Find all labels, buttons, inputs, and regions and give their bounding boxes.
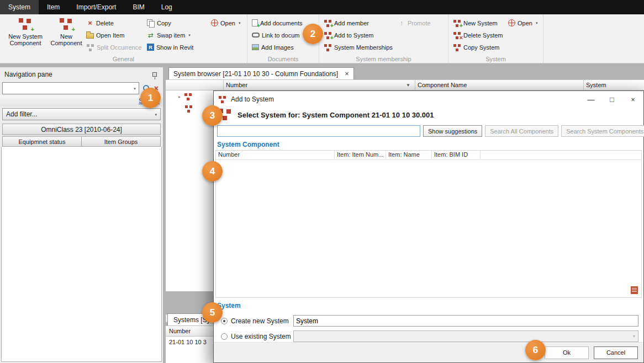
search-all-components-button[interactable]: Search All Components bbox=[485, 125, 558, 137]
menu-tab-import-export[interactable]: Import/Export bbox=[68, 0, 124, 14]
ribbon-column: Add member Add to System System Membersh… bbox=[321, 16, 395, 52]
component-results-table: Number Item: Item Num... Item: Name Item… bbox=[215, 150, 642, 298]
system-browser-tab-label: System browser [21-01 10 10 30 - Column … bbox=[173, 70, 338, 78]
copy-label: Copy bbox=[157, 20, 171, 26]
nav-link-row: Search bbox=[0, 95, 163, 106]
add-member-icon bbox=[324, 19, 332, 27]
annotation-badge-6: 6 bbox=[525, 340, 546, 360]
menu-tab-item[interactable]: Item bbox=[39, 0, 68, 14]
copy-button[interactable]: Copy bbox=[145, 18, 209, 28]
revit-icon: R bbox=[147, 44, 154, 51]
close-button[interactable]: × bbox=[622, 91, 643, 108]
search-system-components-button[interactable]: Search System Components bbox=[561, 125, 644, 137]
system-memberships-label: System Memberships bbox=[334, 44, 393, 51]
copy-system-button[interactable]: Copy System bbox=[451, 42, 506, 52]
folder-icon bbox=[86, 33, 94, 39]
open-item-button[interactable]: Open Item bbox=[84, 30, 145, 40]
tab-item-groups[interactable]: Item Groups bbox=[82, 136, 161, 147]
copy-icon bbox=[147, 19, 155, 27]
ribbon-group-system: New System Delete System Copy System Ope… bbox=[448, 14, 543, 63]
add-images-button[interactable]: Add Images bbox=[250, 42, 316, 52]
open-item-label: Open Item bbox=[96, 32, 124, 39]
swap-item-label: Swap item bbox=[157, 32, 185, 39]
add-to-system-button[interactable]: Add to System bbox=[321, 30, 395, 40]
add-to-system-label: Add to System bbox=[334, 32, 374, 39]
add-member-label: Add member bbox=[334, 20, 369, 26]
show-suggestions-button[interactable]: Show suggestions bbox=[423, 125, 482, 137]
add-images-label: Add Images bbox=[261, 44, 294, 51]
nav-search-input[interactable] bbox=[3, 83, 130, 94]
ribbon-column: ↑ Promote bbox=[395, 16, 444, 28]
create-new-system-row: Create new System bbox=[214, 315, 643, 327]
number-column-label: Number bbox=[226, 82, 247, 88]
system-memberships-button[interactable]: System Memberships bbox=[321, 42, 395, 52]
ribbon-group-system-membership: Add member Add to System System Membersh… bbox=[319, 14, 448, 63]
promote-label: Promote bbox=[408, 20, 431, 26]
open-system-dropdown-button[interactable]: Open ▾ bbox=[506, 18, 538, 28]
tree-expander-icon[interactable]: ▸ bbox=[177, 94, 182, 99]
systems-row-value: 21-01 10 10 3 bbox=[169, 339, 207, 345]
ok-button[interactable]: Ok bbox=[545, 346, 589, 359]
chevron-down-icon[interactable]: ▾ bbox=[131, 87, 139, 90]
component-search-input[interactable] bbox=[217, 125, 420, 137]
menu-tab-bim[interactable]: BIM bbox=[124, 0, 152, 14]
add-filter-dropdown[interactable]: Add filter... ▾ bbox=[2, 108, 161, 120]
nav-search-combo[interactable]: ▾ bbox=[2, 82, 139, 94]
use-existing-system-label: Use existing System bbox=[231, 333, 293, 340]
result-item-number-column-header[interactable]: Item: Item Num... bbox=[335, 151, 386, 159]
add-documents-label: Add documents bbox=[260, 20, 302, 26]
maximize-button[interactable]: □ bbox=[601, 91, 622, 108]
document-tabstrip: System browser [21-01 10 10 30 - Column … bbox=[166, 67, 644, 79]
number-column-header[interactable]: Number ▼ bbox=[224, 80, 415, 90]
new-system-component-button[interactable]: New System Component bbox=[2, 16, 49, 49]
delete-icon: × bbox=[86, 19, 94, 26]
item-list-icon[interactable] bbox=[631, 286, 638, 294]
tab-equipment-status[interactable]: Equipmnet status bbox=[2, 136, 82, 147]
system-column-label: System bbox=[586, 82, 606, 88]
dialog-header: Select System for: System Component 21-0… bbox=[214, 108, 643, 125]
existing-system-dropdown[interactable]: ▾ bbox=[293, 330, 638, 342]
menu-tab-system[interactable]: System bbox=[0, 0, 39, 14]
chevron-down-icon: ▾ bbox=[188, 33, 191, 37]
system-component-icon bbox=[184, 93, 192, 100]
dialog-titlebar[interactable]: Add to System — □ × bbox=[214, 91, 643, 108]
result-item-name-column-header[interactable]: Item: Name bbox=[386, 151, 432, 159]
classification-header[interactable]: OmniClass 23 [2010-06-24] bbox=[2, 124, 161, 135]
add-member-button[interactable]: Add member bbox=[321, 18, 395, 28]
component-name-column-label: Component Name bbox=[418, 82, 467, 88]
chevron-down-icon: ▾ bbox=[633, 334, 635, 339]
minimize-button[interactable]: — bbox=[580, 91, 601, 108]
create-new-system-radio[interactable] bbox=[221, 318, 228, 324]
new-system-name-input[interactable] bbox=[293, 315, 638, 327]
swap-item-button[interactable]: ⇄ Swap item ▾ bbox=[145, 30, 209, 40]
tree-column-header[interactable] bbox=[166, 80, 224, 90]
close-tab-icon[interactable]: × bbox=[345, 70, 349, 77]
ribbon-column: Open ▾ bbox=[209, 16, 240, 28]
navigation-tree-area bbox=[1, 147, 162, 362]
pin-icon[interactable] bbox=[152, 72, 157, 77]
split-occurrence-button[interactable]: Split Occurrence bbox=[84, 42, 145, 52]
group-label-documents: Documents bbox=[247, 56, 319, 63]
delete-system-button[interactable]: Delete System bbox=[451, 30, 506, 40]
system-section-label: System bbox=[214, 298, 643, 311]
chevron-down-icon: ▾ bbox=[155, 113, 157, 116]
result-number-column-header[interactable]: Number bbox=[216, 151, 335, 159]
use-existing-system-radio[interactable] bbox=[221, 333, 228, 340]
sort-descending-icon: ▼ bbox=[406, 83, 410, 88]
show-in-revit-label: Show in Revit bbox=[156, 44, 193, 51]
component-results-body bbox=[216, 160, 641, 297]
component-name-column-header[interactable]: Component Name bbox=[415, 80, 584, 90]
cancel-button[interactable]: Cancel bbox=[594, 346, 638, 359]
result-item-bim-id-column-header[interactable]: Item: BIM ID bbox=[432, 151, 481, 159]
promote-button[interactable]: ↑ Promote bbox=[395, 18, 444, 28]
menu-tab-log[interactable]: Log bbox=[153, 0, 181, 14]
open-dropdown-button[interactable]: Open ▾ bbox=[209, 18, 240, 28]
annotation-badge-2: 2 bbox=[303, 24, 323, 44]
nav-tabs: Equipmnet status Item Groups bbox=[2, 136, 161, 147]
system-browser-tab[interactable]: System browser [21-01 10 10 30 - Column … bbox=[168, 67, 354, 79]
new-component-button[interactable]: New Component bbox=[49, 16, 84, 49]
show-in-revit-button[interactable]: R Show in Revit bbox=[145, 42, 209, 52]
system-column-header[interactable]: System bbox=[584, 80, 644, 90]
delete-button[interactable]: × Delete bbox=[84, 18, 145, 28]
new-system-button[interactable]: New System bbox=[451, 18, 506, 28]
